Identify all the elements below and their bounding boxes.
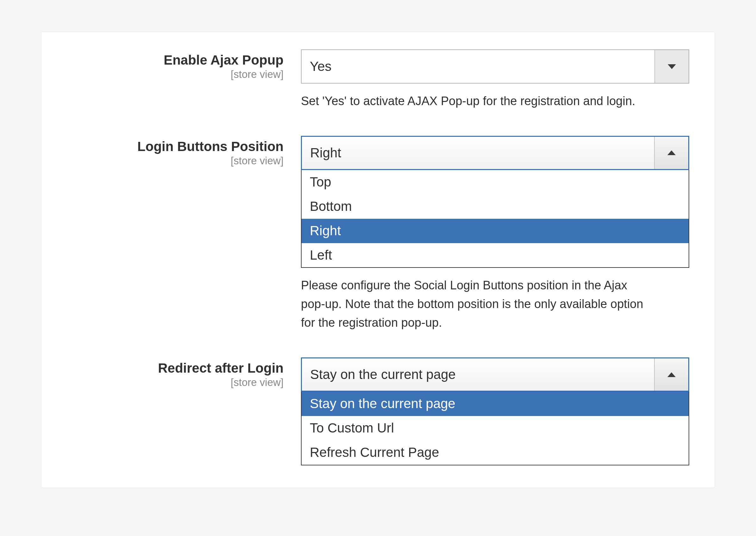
select-value: Stay on the current page (302, 358, 654, 391)
option-refresh[interactable]: Refresh Current Page (301, 440, 689, 465)
dropdown-button[interactable] (654, 137, 688, 169)
options-redirect: Stay on the current page To Custom Url R… (301, 392, 689, 465)
field-label-position: Login Buttons Position (67, 139, 284, 154)
settings-card: Enable Ajax Popup [store view] Yes Set '… (41, 32, 715, 488)
options-position: Top Bottom Right Left (301, 170, 689, 268)
option-right[interactable]: Right (301, 219, 689, 243)
option-custom-url[interactable]: To Custom Url (301, 416, 689, 440)
option-top[interactable]: Top (301, 170, 689, 194)
dropdown-button[interactable] (654, 358, 688, 391)
option-stay[interactable]: Stay on the current page (301, 392, 689, 416)
select-position[interactable]: Right (301, 136, 689, 170)
field-label-ajax: Enable Ajax Popup (67, 52, 284, 68)
field-scope: [store view] (67, 68, 284, 81)
field-scope: [store view] (67, 377, 284, 388)
label-col: Login Buttons Position [store view] (67, 136, 301, 167)
field-col: Stay on the current page Stay on the cur… (301, 357, 689, 465)
field-row-redirect: Redirect after Login [store view] Stay o… (67, 357, 689, 465)
field-col: Yes Set 'Yes' to activate AJAX Pop-up fo… (301, 50, 689, 111)
caret-up-icon (667, 372, 676, 377)
field-help-ajax: Set 'Yes' to activate AJAX Pop-up for th… (301, 92, 649, 111)
field-help-position: Please configure the Social Login Button… (301, 276, 649, 332)
field-row-position: Login Buttons Position [store view] Righ… (67, 136, 689, 332)
select-ajax[interactable]: Yes (301, 50, 689, 84)
select-redirect[interactable]: Stay on the current page (301, 357, 689, 392)
caret-up-icon (667, 151, 676, 155)
option-left[interactable]: Left (301, 243, 689, 268)
field-row-ajax: Enable Ajax Popup [store view] Yes Set '… (67, 50, 689, 111)
label-col: Redirect after Login [store view] (67, 357, 301, 388)
dropdown-button[interactable] (654, 50, 689, 83)
field-scope: [store view] (67, 155, 284, 167)
field-label-redirect: Redirect after Login (67, 361, 284, 376)
field-col: Right Top Bottom Right Left Please confi… (301, 136, 689, 332)
label-col: Enable Ajax Popup [store view] (67, 50, 301, 81)
option-bottom[interactable]: Bottom (301, 194, 689, 219)
select-value: Yes (301, 50, 654, 83)
caret-down-icon (668, 64, 676, 69)
select-value: Right (302, 137, 654, 169)
